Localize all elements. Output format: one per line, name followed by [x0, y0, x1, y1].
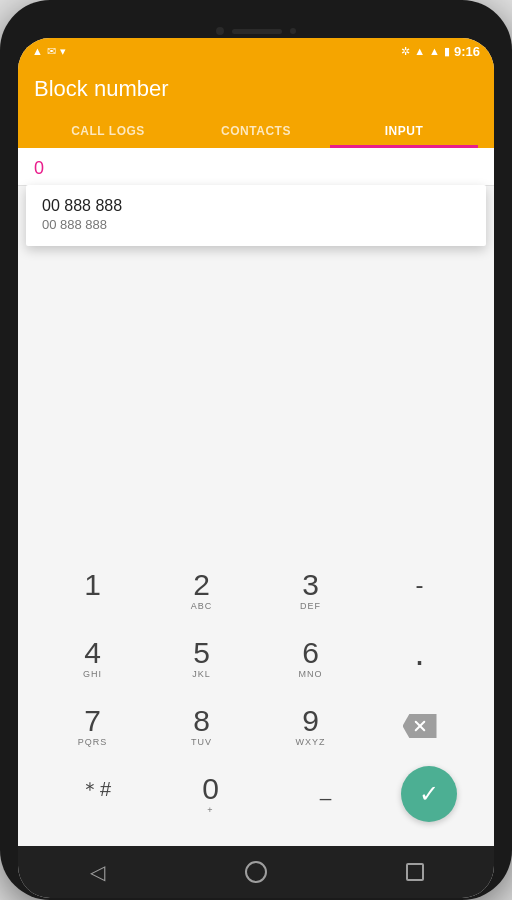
dial-key-2-main: 2: [193, 570, 210, 600]
notification-icon: ▲: [32, 45, 43, 57]
home-button[interactable]: [231, 857, 281, 887]
page-title: Block number: [34, 76, 478, 102]
dial-key-underscore[interactable]: _: [286, 762, 366, 826]
recents-icon: [406, 863, 424, 881]
dial-key-star-hash[interactable]: ＊#: [56, 762, 136, 826]
dial-key-8-sub: TUV: [191, 737, 212, 747]
number-input[interactable]: [34, 158, 478, 179]
dial-key-7[interactable]: 7 PQRS: [53, 694, 133, 758]
dial-key-0-sub: +: [207, 805, 213, 815]
dial-key-4[interactable]: 4 GHI: [53, 626, 133, 690]
bluetooth-icon: ✲: [401, 45, 410, 58]
confirm-button[interactable]: ✓: [401, 766, 457, 822]
dial-key-dot[interactable]: .: [380, 626, 460, 690]
dial-key-star-hash-main: ＊#: [80, 779, 111, 799]
dial-key-5-main: 5: [193, 638, 210, 668]
dial-key-3-main: 3: [302, 570, 319, 600]
battery-icon: ▮: [444, 45, 450, 58]
autocomplete-sub: 00 888 888: [26, 217, 486, 240]
location-icon: ▾: [60, 45, 66, 58]
dial-key-dot-main: .: [414, 640, 424, 665]
phone-screen: ▲ ✉ ▾ ✲ ▲ ▲ ▮ 9:16 Block number CALL LOG…: [18, 38, 494, 898]
email-icon: ✉: [47, 45, 56, 58]
dial-key-6[interactable]: 6 MNO: [271, 626, 351, 690]
dial-key-9[interactable]: 9 WXYZ: [271, 694, 351, 758]
ir-dot: [290, 28, 296, 34]
dial-key-dash-main: -: [416, 573, 424, 597]
camera-dot: [216, 27, 224, 35]
home-icon: [245, 861, 267, 883]
dial-key-dash[interactable]: -: [380, 558, 460, 622]
dial-key-7-main: 7: [84, 706, 101, 736]
status-bar: ▲ ✉ ▾ ✲ ▲ ▲ ▮ 9:16: [18, 38, 494, 64]
status-right-icons: ✲ ▲ ▲ ▮ 9:16: [401, 44, 480, 59]
dial-key-underscore-main: _: [320, 769, 331, 809]
autocomplete-dropdown[interactable]: 00 888 888 00 888 888: [26, 185, 486, 246]
status-left-icons: ▲ ✉ ▾: [32, 45, 66, 58]
tab-bar: CALL LOGS CONTACTS INPUT: [34, 114, 478, 148]
dial-key-7-sub: PQRS: [78, 737, 108, 747]
dial-key-2[interactable]: 2 ABC: [162, 558, 242, 622]
dial-key-6-sub: MNO: [299, 669, 323, 679]
dial-key-3[interactable]: 3 DEF: [271, 558, 351, 622]
dialpad-row-1: 1 2 ABC 3 DEF -: [38, 558, 474, 622]
dial-key-9-main: 9: [302, 706, 319, 736]
dial-key-4-sub: GHI: [83, 669, 102, 679]
dial-key-delete[interactable]: [380, 694, 460, 758]
backspace-icon: [403, 714, 437, 738]
wifi-signal-icon: ▲: [414, 45, 425, 57]
dial-key-4-main: 4: [84, 638, 101, 668]
input-area: 00 888 888 00 888 888: [18, 148, 494, 186]
dial-key-5[interactable]: 5 JKL: [162, 626, 242, 690]
phone-frame: ▲ ✉ ▾ ✲ ▲ ▲ ▮ 9:16 Block number CALL LOG…: [0, 0, 512, 900]
dial-key-8-main: 8: [193, 706, 210, 736]
dial-key-6-main: 6: [302, 638, 319, 668]
dialpad-row-2: 4 GHI 5 JKL 6 MNO .: [38, 626, 474, 690]
tab-contacts[interactable]: CONTACTS: [182, 114, 330, 148]
dial-key-0[interactable]: 0 +: [171, 762, 251, 826]
tab-input[interactable]: INPUT: [330, 114, 478, 148]
content-area: 00 888 888 00 888 888 1 2 ABC: [18, 148, 494, 846]
dial-key-0-main: 0: [202, 774, 219, 804]
dialpad: 1 2 ABC 3 DEF -: [18, 548, 494, 846]
dial-key-2-sub: ABC: [191, 601, 213, 611]
app-header: Block number CALL LOGS CONTACTS INPUT: [18, 64, 494, 148]
back-icon: ◁: [90, 860, 105, 884]
dial-key-1-main: 1: [84, 570, 101, 600]
dial-key-3-sub: DEF: [300, 601, 321, 611]
dial-key-9-sub: WXYZ: [296, 737, 326, 747]
autocomplete-main: 00 888 888: [26, 191, 486, 217]
status-time: 9:16: [454, 44, 480, 59]
network-icon: ▲: [429, 45, 440, 57]
dial-key-8[interactable]: 8 TUV: [162, 694, 242, 758]
recents-button[interactable]: [390, 857, 440, 887]
nav-bar: ◁: [18, 846, 494, 898]
speaker-bar: [232, 29, 282, 34]
dial-key-1[interactable]: 1: [53, 558, 133, 622]
dial-key-5-sub: JKL: [192, 669, 211, 679]
phone-notch: [18, 20, 494, 38]
tab-call-logs[interactable]: CALL LOGS: [34, 114, 182, 148]
back-button[interactable]: ◁: [72, 857, 122, 887]
dialpad-row-4: ＊# 0 + _ ✓: [38, 762, 474, 826]
dialpad-row-3: 7 PQRS 8 TUV 9 WXYZ: [38, 694, 474, 758]
checkmark-icon: ✓: [419, 782, 439, 806]
